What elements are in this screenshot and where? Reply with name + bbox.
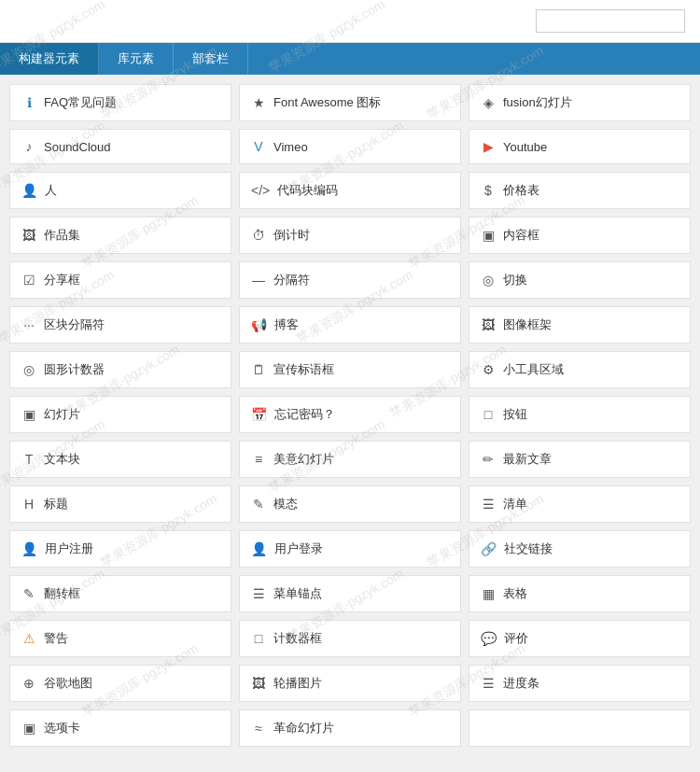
element-icon: </> [251, 183, 270, 198]
element-item[interactable]: ▣选项卡 [9, 709, 231, 747]
element-item[interactable]: ✎模态 [239, 485, 461, 523]
element-item[interactable]: ♪SoundCloud [9, 129, 231, 164]
element-row: ℹFAQ常见问题★Font Awesome 图标◈fusion幻灯片 [9, 84, 691, 121]
element-icon: ⚙ [481, 362, 496, 377]
element-item[interactable]: T文本块 [9, 441, 231, 478]
element-item[interactable]: </>代码块编码 [239, 172, 461, 209]
element-item[interactable]: 🔗社交链接 [469, 530, 691, 568]
element-icon: 📢 [251, 317, 267, 332]
element-label: 图像框架 [503, 316, 552, 333]
element-item[interactable]: 👤人 [9, 172, 231, 209]
element-item[interactable]: ◎切换 [469, 261, 691, 299]
element-label: 倒计时 [273, 227, 310, 244]
element-row: ◎圆形计数器🗒宣传标语框⚙小工具区域 [9, 351, 691, 388]
tab-library-elements[interactable]: 库元素 [99, 43, 174, 75]
element-item[interactable]: ☰进度条 [469, 665, 691, 702]
element-item[interactable]: ⊕谷歌地图 [9, 665, 231, 702]
element-item[interactable]: ◈fusion幻灯片 [469, 84, 691, 121]
element-row: ☑分享框—分隔符◎切换 [9, 261, 691, 299]
element-icon: 👤 [251, 541, 267, 556]
element-item[interactable]: —分隔符 [239, 261, 461, 299]
element-label: 清单 [503, 496, 527, 512]
element-label: Font Awesome 图标 [273, 94, 381, 111]
element-item[interactable]: ☑分享框 [9, 261, 231, 299]
element-item[interactable]: ◎圆形计数器 [9, 351, 231, 388]
element-icon: — [251, 273, 266, 288]
element-icon: ⊕ [21, 676, 36, 691]
element-item[interactable]: 🖼轮播图片 [239, 665, 461, 702]
element-item[interactable]: ✎翻转框 [9, 575, 231, 612]
tab-suite-bar[interactable]: 部套栏 [174, 43, 248, 75]
element-item[interactable]: □按钮 [469, 396, 691, 433]
element-icon: ☰ [481, 676, 496, 691]
element-item[interactable] [469, 709, 691, 747]
element-icon: 👤 [21, 541, 37, 556]
element-row: ▣幻灯片📅忘记密码？□按钮 [9, 396, 691, 433]
element-row: ⊕谷歌地图🖼轮播图片☰进度条 [9, 665, 691, 702]
element-item[interactable]: $价格表 [469, 172, 691, 209]
element-item[interactable]: ≈革命幻灯片 [239, 709, 461, 747]
element-item[interactable]: ⚠警告 [9, 620, 231, 657]
element-item[interactable]: ☰菜单锚点 [239, 575, 461, 612]
element-label: 谷歌地图 [44, 675, 92, 692]
element-label: 代码块编码 [277, 182, 338, 199]
element-icon: ☰ [481, 497, 496, 512]
tab-builder-elements[interactable]: 构建器元素 [0, 43, 99, 75]
element-label: 作品集 [44, 227, 80, 244]
element-icon: ✎ [21, 586, 36, 601]
element-item[interactable]: ≡美意幻灯片 [239, 441, 461, 478]
elements-content: ℹFAQ常见问题★Font Awesome 图标◈fusion幻灯片♪Sound… [0, 75, 700, 764]
element-item[interactable]: ▶Youtube [469, 129, 691, 164]
element-icon: ▣ [21, 721, 36, 736]
element-item[interactable]: 📅忘记密码？ [239, 396, 461, 433]
element-row: T文本块≡美意幻灯片✏最新文章 [9, 441, 691, 478]
element-label: 内容框 [503, 227, 539, 244]
element-label: 小工具区域 [503, 361, 564, 378]
element-item[interactable]: 📢搏客 [239, 306, 461, 344]
element-label: 选项卡 [44, 720, 80, 737]
element-item[interactable]: □计数器框 [239, 620, 461, 657]
element-icon: H [21, 497, 36, 512]
element-icon: ▶ [481, 139, 496, 154]
element-item[interactable]: ▣幻灯片 [9, 396, 231, 433]
element-item[interactable]: ✏最新文章 [469, 441, 691, 478]
element-label: 标题 [44, 496, 68, 512]
element-item[interactable]: ▦表格 [469, 575, 691, 612]
element-item[interactable]: H标题 [9, 485, 231, 523]
element-label: 警告 [44, 630, 68, 647]
element-item[interactable]: ···区块分隔符 [9, 306, 231, 344]
element-label: 最新文章 [503, 451, 552, 468]
element-label: 用户登录 [274, 540, 323, 557]
element-item[interactable]: 🗒宣传标语框 [239, 351, 461, 388]
element-label: FAQ常见问题 [44, 94, 117, 111]
element-icon: ✏ [481, 452, 496, 467]
element-icon: □ [251, 631, 266, 646]
element-item[interactable]: ▣内容框 [469, 217, 691, 254]
element-label: 美意幻灯片 [273, 451, 334, 468]
element-item[interactable]: ⏱倒计时 [239, 217, 461, 254]
element-item[interactable]: ⚙小工具区域 [469, 351, 691, 388]
element-label: 宣传标语框 [273, 361, 334, 378]
element-icon: ☰ [251, 586, 266, 601]
element-icon: ◎ [21, 362, 36, 377]
element-icon: ◎ [481, 273, 496, 288]
element-icon: ℹ [21, 95, 36, 110]
element-item[interactable]: 🖼作品集 [9, 217, 231, 254]
element-item[interactable]: ℹFAQ常见问题 [9, 84, 231, 121]
element-icon: T [21, 452, 36, 467]
element-item[interactable]: 💬评价 [469, 620, 691, 657]
element-icon: ▣ [481, 228, 496, 243]
element-label: 幻灯片 [44, 406, 80, 423]
element-item[interactable]: VVimeo [239, 129, 461, 164]
element-label: 表格 [503, 585, 527, 602]
element-icon: ☑ [21, 273, 36, 288]
search-input[interactable] [536, 9, 685, 33]
element-item[interactable]: ★Font Awesome 图标 [239, 84, 461, 121]
element-label: 模态 [273, 496, 298, 512]
element-item[interactable]: 👤用户登录 [239, 530, 461, 568]
element-item[interactable]: 👤用户注册 [9, 530, 231, 568]
element-item[interactable]: 🖼图像框架 [469, 306, 691, 344]
element-icon: ⚠ [21, 631, 36, 646]
header [0, 0, 700, 43]
element-item[interactable]: ☰清单 [469, 485, 691, 523]
